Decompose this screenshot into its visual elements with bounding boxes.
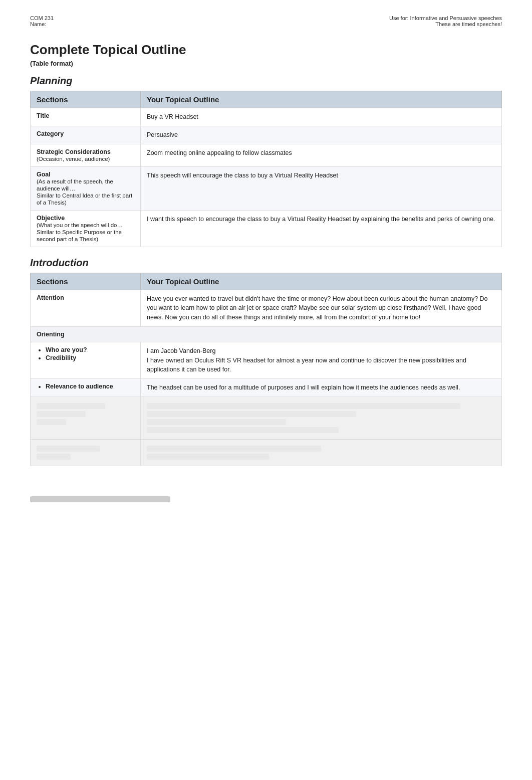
row-blurred2-value [141,439,502,466]
document-header: COM 231 Name: Use for: Informative and P… [30,15,502,27]
row-strategic-value: Zoom meeting online appealing to fellow … [141,144,502,166]
header-right: Use for: Informative and Persuasive spee… [389,15,502,27]
row-category-value: Persuasive [141,126,502,144]
row-relevance-value: The headset can be used for a multitude … [141,379,502,397]
row-orienting-bullets-value: I am Jacob Vanden-Berg I have owned an O… [141,342,502,378]
table-row: Relevance to audience The headset can be… [31,379,502,397]
row-goal-value: This speech will encourage the class to … [141,166,502,210]
table-row: Goal (As a result of the speech, the aud… [31,166,502,210]
row-title-value: Buy a VR Headset [141,108,502,126]
row-blurred1-value [141,397,502,439]
course-code: COM 231 [30,15,54,21]
row-objective-label: Objective (What you or the speech will d… [31,210,141,247]
table-row: Objective (What you or the speech will d… [31,210,502,247]
table-row: Strategic Considerations (Occasion, venu… [31,144,502,166]
row-orienting-label: Orienting [31,326,502,342]
row-title-label: Title [31,108,141,126]
table-row: Title Buy a VR Headset [31,108,502,126]
table-row [31,439,502,466]
row-orienting-bullets-label: Who are you? Credibility [31,342,141,378]
footer-text [30,496,502,502]
planning-heading: Planning [30,75,502,87]
page-subtitle: (Table format) [30,60,502,67]
table-row [31,397,502,439]
use-for-label: Use for: Informative and Persuasive spee… [389,15,502,21]
row-strategic-label: Strategic Considerations (Occasion, venu… [31,144,141,166]
row-category-label: Category [31,126,141,144]
table-row: Attention Have you ever wanted to travel… [31,290,502,326]
row-attention-value: Have you ever wanted to travel but didn'… [141,290,502,326]
row-relevance-label: Relevance to audience [31,379,141,397]
planning-col1-header: Sections [31,91,141,108]
table-row: Orienting [31,326,502,342]
row-objective-value: I want this speech to encourage the clas… [141,210,502,247]
introduction-heading: Introduction [30,257,502,269]
table-row: Who are you? Credibility I am Jacob Vand… [31,342,502,378]
timed-label: These are timed speeches! [389,21,502,27]
page-title: Complete Topical Outline [30,42,502,58]
name-label: Name: [30,21,54,27]
row-goal-label: Goal (As a result of the speech, the aud… [31,166,141,210]
header-left: COM 231 Name: [30,15,54,27]
row-blurred1-label [31,397,141,439]
row-attention-label: Attention [31,290,141,326]
introduction-table: Sections Your Topical Outline Attention … [30,273,502,466]
table-row: Category Persuasive [31,126,502,144]
planning-table: Sections Your Topical Outline Title Buy … [30,91,502,247]
intro-col2-header: Your Topical Outline [141,273,502,290]
planning-col2-header: Your Topical Outline [141,91,502,108]
intro-col1-header: Sections [31,273,141,290]
row-blurred2-label [31,439,141,466]
